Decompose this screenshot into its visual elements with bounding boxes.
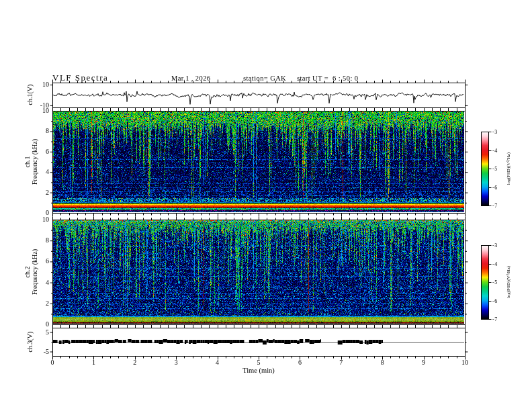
ch3-status-canvas bbox=[53, 328, 464, 355]
colorbar2-label: log(PSD)(V²/Hz) bbox=[505, 266, 513, 298]
x-tick-label-8: 8 bbox=[381, 359, 384, 366]
x-tick-label-10: 10 bbox=[461, 359, 468, 366]
colorbar1-tick--4: -4 bbox=[492, 147, 498, 153]
ch2-spec-ylabel: ch.2 Frequency (kHz) bbox=[24, 249, 38, 295]
ch2-spectrogram-canvas bbox=[53, 220, 464, 324]
ch2-spec-ylabel-channel: ch.2 bbox=[24, 249, 31, 295]
x-tick-label-1: 1 bbox=[92, 359, 95, 366]
x-tick-label-9: 9 bbox=[422, 359, 425, 366]
colorbar2-tick--3: -3 bbox=[492, 242, 498, 248]
ch2-spec-tick-2: 2 bbox=[26, 300, 49, 307]
ch2-spec-tick-8: 8 bbox=[26, 236, 49, 244]
ch1-wave-tick-10: 10 bbox=[26, 81, 49, 88]
colorbar1-tick--3: -3 bbox=[492, 129, 498, 135]
x-tick-label-3: 3 bbox=[175, 359, 178, 366]
plot-station: station= GAK bbox=[243, 75, 286, 82]
x-tick-label-6: 6 bbox=[298, 359, 302, 366]
colorbar-ch1 bbox=[481, 132, 488, 205]
ch1-spec-tick-8: 8 bbox=[26, 127, 49, 134]
ch3-tick-5: 5 bbox=[26, 328, 49, 335]
ch3-tick--5: -5 bbox=[26, 347, 49, 355]
plot-date: Mar.1 , 2026 bbox=[171, 75, 210, 82]
colorbar1-tick--7: -7 bbox=[492, 203, 498, 209]
vlf-spectra-figure: VLF Spectra Mar.1 , 2026 station= GAK st… bbox=[0, 0, 532, 411]
colorbar1-label: log(PSD)(V²/Hz) bbox=[505, 152, 513, 185]
colorbar-ch2 bbox=[481, 245, 488, 319]
colorbar2-tick--5: -5 bbox=[492, 279, 498, 285]
colorbar2-tick--4: -4 bbox=[492, 261, 498, 267]
plot-title: VLF Spectra bbox=[52, 73, 108, 83]
ch1-spec-tick-2: 2 bbox=[26, 189, 49, 196]
x-tick-label-0: 0 bbox=[51, 359, 54, 366]
colorbar2-tick--6: -6 bbox=[492, 298, 498, 304]
colorbar2-tick--7: -7 bbox=[492, 316, 498, 322]
plot-start-ut: start UT = 6 : 50: 0 bbox=[297, 75, 358, 82]
ch2-spec-ylabel-freq: Frequency (kHz) bbox=[31, 249, 38, 295]
colorbar1-tick--6: -6 bbox=[492, 184, 498, 190]
ch2-spec-tick-6: 6 bbox=[26, 257, 49, 265]
x-tick-label-4: 4 bbox=[216, 359, 219, 366]
ch1-spec-ylabel-channel: ch.1 bbox=[24, 139, 31, 185]
ch2-spec-tick-4: 4 bbox=[26, 279, 49, 286]
ch1-spec-ylabel-freq: Frequency (kHz) bbox=[31, 139, 38, 185]
ch2-spec-tick-10: 10 bbox=[26, 216, 49, 223]
ch1-waveform-canvas bbox=[53, 83, 464, 107]
x-tick-label-7: 7 bbox=[339, 359, 343, 366]
ch1-spec-tick-6: 6 bbox=[26, 148, 49, 155]
ch2-spec-tick-0: 0 bbox=[26, 320, 49, 328]
ch1-spec-ylabel: ch.1 Frequency (kHz) bbox=[24, 139, 38, 185]
ch1-spec-tick-4: 4 bbox=[26, 168, 49, 175]
colorbar1-tick--5: -5 bbox=[492, 166, 498, 172]
x-tick-label-2: 2 bbox=[133, 359, 136, 366]
ch1-spectrogram-canvas bbox=[53, 111, 464, 212]
ch1-spec-tick-10: 10 bbox=[26, 107, 49, 114]
x-tick-label-5: 5 bbox=[257, 359, 261, 366]
time-axis-label: Time (min) bbox=[242, 367, 275, 374]
